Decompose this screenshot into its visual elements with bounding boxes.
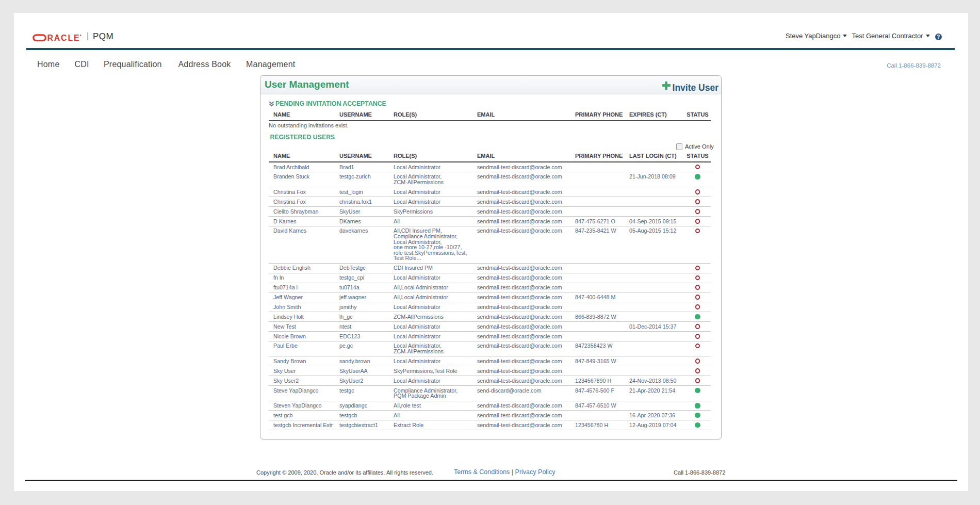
svg-text:RACLE: RACLE	[47, 34, 80, 42]
